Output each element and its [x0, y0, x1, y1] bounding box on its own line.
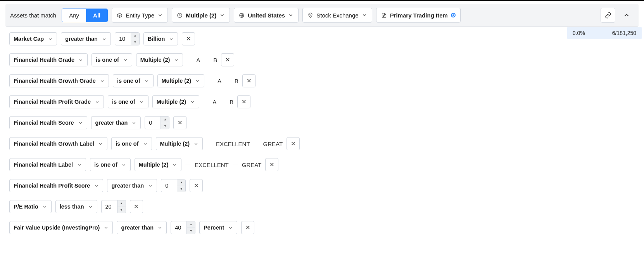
filter-row: Financial Health Growth Gradeis one ofMu…: [9, 74, 635, 87]
link-button[interactable]: [601, 8, 615, 23]
value-input-0-stepper[interactable]: ▲▼: [131, 33, 139, 45]
filter-tag: GREAT: [263, 141, 283, 147]
remove-filter-button[interactable]: ✕: [241, 221, 254, 234]
chevron-down-icon: [190, 99, 195, 104]
remove-filter-button[interactable]: ✕: [130, 200, 143, 213]
step-up[interactable]: ▲: [177, 179, 185, 186]
unit-select-9[interactable]: Percent: [199, 221, 237, 234]
remove-filter-button[interactable]: ✕: [182, 32, 195, 45]
remove-filter-button[interactable]: ✕: [287, 137, 300, 150]
close-icon: ✕: [242, 98, 247, 105]
operator-select-8-label: less than: [60, 204, 84, 210]
operator-select-5[interactable]: is one of: [111, 137, 152, 150]
remove-filter-button[interactable]: ✕: [265, 158, 278, 171]
chevron-down-icon: [88, 204, 93, 209]
chevron-down-icon: [193, 141, 199, 146]
value-input-8-stepper[interactable]: ▲▼: [117, 200, 126, 213]
collapse-button[interactable]: [619, 8, 634, 23]
metric-select-9[interactable]: Fair Value Upside (InvestingPro): [9, 221, 113, 234]
primary-item-toggle[interactable]: Primary Trading Item: [376, 8, 461, 23]
chevron-down-icon: [78, 57, 83, 63]
value-input-4-stepper[interactable]: ▲▼: [161, 117, 169, 129]
stats-count: 6/181,250: [612, 30, 636, 36]
filter-row: Financial Health Growth Labelis one ofMu…: [9, 137, 635, 150]
cube-icon: [117, 12, 123, 18]
operator-select-7[interactable]: greater than: [107, 179, 157, 192]
remove-filter-button[interactable]: ✕: [221, 53, 234, 66]
value-input-9[interactable]: 40▲▼: [171, 221, 195, 234]
value-input-9-stepper[interactable]: ▲▼: [186, 221, 195, 234]
value-multi-3[interactable]: Multiple (2): [152, 95, 200, 108]
chevron-down-icon: [77, 162, 82, 167]
close-icon: ✕: [186, 35, 191, 42]
remove-filter-button[interactable]: ✕: [190, 179, 203, 192]
metric-select-8[interactable]: P/E Ratio: [9, 200, 52, 213]
value-input-7[interactable]: 0▲▼: [161, 179, 186, 192]
filter-row: Financial Health Gradeis one ofMultiple …: [9, 53, 635, 66]
entity-type-dropdown[interactable]: Entity Type: [112, 8, 168, 23]
step-up[interactable]: ▲: [131, 33, 139, 39]
timeframe-dropdown[interactable]: Multiple (2): [172, 8, 230, 23]
tag-separator: [185, 165, 191, 165]
timeframe-label: Multiple (2): [186, 12, 216, 19]
chevron-down-icon: [195, 78, 200, 84]
metric-select-4[interactable]: Financial Health Score: [9, 116, 87, 129]
toggle-all[interactable]: All: [86, 9, 107, 22]
step-down[interactable]: ▼: [131, 39, 139, 45]
metric-select-0[interactable]: Market Cap: [9, 32, 57, 45]
value-multi-5[interactable]: Multiple (2): [156, 137, 203, 150]
step-down[interactable]: ▼: [161, 123, 169, 129]
operator-select-2[interactable]: is one of: [113, 74, 154, 87]
entity-type-label: Entity Type: [126, 12, 154, 19]
metric-select-6-label: Financial Health Label: [14, 162, 73, 168]
value-input-7-stepper[interactable]: ▲▼: [177, 179, 185, 192]
unit-select-0[interactable]: Billion: [143, 32, 178, 45]
step-down[interactable]: ▼: [117, 207, 126, 213]
value-multi-1[interactable]: Multiple (2): [136, 53, 183, 66]
chevron-down-icon: [172, 162, 177, 167]
remove-filter-button[interactable]: ✕: [242, 74, 256, 87]
filter-tag: A: [196, 57, 200, 63]
value-multi-2[interactable]: Multiple (2): [157, 74, 205, 87]
value-multi-6[interactable]: Multiple (2): [135, 158, 182, 171]
operator-select-8[interactable]: less than: [55, 200, 97, 213]
metric-select-1[interactable]: Financial Health Grade: [9, 53, 88, 66]
value-input-8-value: 20: [102, 204, 117, 210]
operator-select-4[interactable]: greater than: [91, 116, 141, 129]
value-input-4[interactable]: 0▲▼: [145, 116, 169, 129]
results-stats: 0.0% 6/181,250: [567, 27, 642, 39]
tag-separator: [254, 144, 259, 144]
step-up[interactable]: ▲: [161, 117, 169, 123]
chevron-down-icon: [123, 57, 128, 63]
step-up[interactable]: ▲: [117, 200, 126, 207]
metric-select-9-label: Fair Value Upside (InvestingPro): [14, 224, 100, 231]
metric-select-6[interactable]: Financial Health Label: [9, 158, 86, 171]
remove-filter-button[interactable]: ✕: [237, 95, 250, 108]
remove-filter-button[interactable]: ✕: [173, 116, 186, 129]
chevron-down-icon: [42, 204, 47, 209]
operator-select-9[interactable]: greater than: [117, 221, 167, 234]
step-up[interactable]: ▲: [187, 221, 195, 228]
metric-select-7[interactable]: Financial Health Profit Score: [9, 179, 103, 192]
operator-select-0[interactable]: greater than: [61, 32, 111, 45]
metric-select-3[interactable]: Financial Health Profit Grade: [9, 95, 104, 108]
value-multi-1-label: Multiple (2): [140, 57, 170, 63]
value-input-7-value: 0: [161, 183, 177, 189]
operator-select-3-label: is one of: [112, 99, 135, 105]
value-input-8[interactable]: 20▲▼: [101, 200, 126, 213]
document-icon: [381, 12, 387, 18]
operator-select-3[interactable]: is one of: [108, 95, 148, 108]
operator-select-1[interactable]: is one of: [92, 53, 132, 66]
step-down[interactable]: ▼: [177, 186, 185, 192]
exchange-dropdown[interactable]: Stock Exchange: [302, 8, 372, 23]
operator-select-6[interactable]: is one of: [90, 158, 131, 171]
filter-row: P/E Ratioless than20▲▼✕: [9, 200, 635, 213]
metric-select-2[interactable]: Financial Health Growth Grade: [9, 74, 109, 87]
country-dropdown[interactable]: United States: [234, 8, 299, 23]
metric-select-5[interactable]: Financial Health Growth Label: [9, 137, 107, 150]
tag-separator: [220, 102, 226, 102]
unit-select-9-label: Percent: [204, 224, 224, 231]
toggle-any[interactable]: Any: [62, 9, 86, 22]
value-input-0[interactable]: 10▲▼: [115, 32, 140, 45]
step-down[interactable]: ▼: [187, 228, 195, 234]
